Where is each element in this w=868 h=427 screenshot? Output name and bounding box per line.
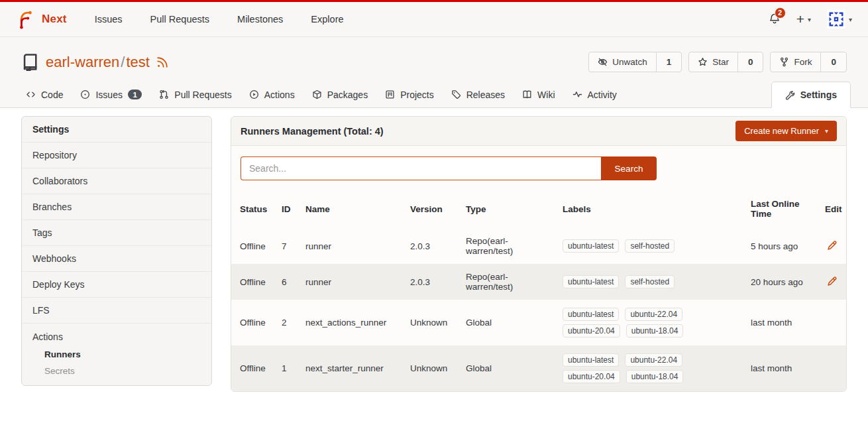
cell-version: Unknown xyxy=(405,345,461,391)
tab-label: Actions xyxy=(264,90,295,100)
edit-runner-button[interactable] xyxy=(825,239,839,253)
table-row: Offline6runner2.0.3Repo(earl-warren/test… xyxy=(231,264,846,300)
nav-item-pull-requests[interactable]: Pull Requests xyxy=(150,14,209,25)
sidebar-item-runners[interactable]: Runners xyxy=(22,346,211,363)
repo-tab-bar: CodeIssues1Pull RequestsActionsPackagesP… xyxy=(0,82,868,108)
labels-wrap: ubuntu-latestubuntu-22.04ubuntu-20.04ubu… xyxy=(563,353,695,383)
fork-count[interactable]: 0 xyxy=(820,52,846,72)
site-title: Next xyxy=(42,13,67,26)
search-input[interactable] xyxy=(241,156,601,180)
cell-id: 6 xyxy=(276,264,300,300)
repo-icon xyxy=(21,53,39,71)
cell-last-online: 5 hours ago xyxy=(745,228,820,264)
cell-version: 2.0.3 xyxy=(405,264,461,300)
column-header-edit: Edit xyxy=(820,190,846,228)
cell-id: 2 xyxy=(276,300,300,345)
cell-last-online: 20 hours ago xyxy=(745,264,820,300)
tab-activity[interactable]: Activity xyxy=(564,82,625,107)
cell-last-online: last month xyxy=(745,300,820,345)
nav-item-explore[interactable]: Explore xyxy=(311,14,343,25)
avatar xyxy=(827,10,845,29)
runner-label-chip: ubuntu-22.04 xyxy=(625,308,682,321)
sidebar-group-label[interactable]: Actions xyxy=(22,324,211,346)
forgejo-logo-icon xyxy=(16,9,36,29)
tab-code[interactable]: Code xyxy=(17,82,72,107)
package-icon xyxy=(312,90,322,99)
sidebar-item-secrets[interactable]: Secrets xyxy=(22,363,211,385)
settings-sidebar: SettingsRepositoryCollaboratorsBranchesT… xyxy=(21,116,212,386)
user-menu[interactable]: ▾ xyxy=(827,10,852,29)
sidebar-item-collaborators[interactable]: Collaborators xyxy=(22,168,211,194)
cell-status: Offline xyxy=(231,228,276,264)
repo-separator: / xyxy=(121,54,125,70)
runner-label-chip: self-hosted xyxy=(625,239,675,253)
cell-labels: ubuntu-latestself-hosted xyxy=(557,264,745,300)
sidebar-group-actions: ActionsRunnersSecrets xyxy=(22,324,211,385)
create-new-menu[interactable]: + ▾ xyxy=(796,13,811,26)
repo-owner-link[interactable]: earl-warren xyxy=(46,54,119,70)
nav-item-milestones[interactable]: Milestones xyxy=(237,14,283,25)
eye-slash-icon xyxy=(598,57,608,67)
sidebar-item-webhooks[interactable]: Webhooks xyxy=(22,246,211,272)
repo-name-link[interactable]: test xyxy=(126,54,149,70)
tab-releases[interactable]: Releases xyxy=(443,82,514,107)
unwatch-button[interactable]: Unwatch xyxy=(589,52,656,72)
tab-settings[interactable]: Settings xyxy=(771,82,851,108)
plus-icon: + xyxy=(796,12,804,26)
cell-id: 1 xyxy=(276,345,300,391)
edit-runner-button[interactable] xyxy=(825,274,839,288)
wrench-icon xyxy=(785,90,795,100)
pull-request-icon xyxy=(159,90,169,99)
cell-name: runner xyxy=(300,264,405,300)
runners-table: StatusIDNameVersionTypeLabelsLast Online… xyxy=(231,190,846,391)
tab-label: Pull Requests xyxy=(174,90,231,100)
table-body: Offline7runner2.0.3Repo(earl-warren/test… xyxy=(231,228,846,391)
star-button[interactable]: Star xyxy=(689,52,737,72)
fork-button[interactable]: Fork xyxy=(771,52,820,72)
cell-type: Global xyxy=(461,345,557,391)
home-link[interactable]: Next xyxy=(16,9,67,29)
tab-issues[interactable]: Issues1 xyxy=(72,82,150,107)
code-icon xyxy=(26,90,36,99)
sidebar-item-repository[interactable]: Repository xyxy=(22,143,211,168)
tab-projects[interactable]: Projects xyxy=(376,82,443,107)
tab-count-badge: 1 xyxy=(128,90,142,99)
cell-labels: ubuntu-latestself-hosted xyxy=(557,228,745,264)
fork-label: Fork xyxy=(794,57,812,67)
labels-wrap: ubuntu-latestself-hosted xyxy=(563,239,695,253)
panel-title: Runners Management (Total: 4) xyxy=(241,126,384,137)
sidebar-item-tags[interactable]: Tags xyxy=(22,220,211,246)
create-runner-button[interactable]: Create new Runner ▾ xyxy=(735,121,837,141)
cell-type: Repo(earl-warren/test) xyxy=(461,228,557,264)
runner-label-chip: ubuntu-latest xyxy=(563,308,619,321)
cell-edit xyxy=(820,228,846,264)
star-count[interactable]: 0 xyxy=(737,52,763,72)
rss-icon[interactable] xyxy=(156,56,168,68)
table-row: Offline2next_actions_runnerUnknownGlobal… xyxy=(231,300,846,345)
sidebar-item-branches[interactable]: Branches xyxy=(22,194,211,220)
notifications-button[interactable]: 2 xyxy=(769,13,781,27)
cell-name: next_starter_runner xyxy=(300,345,405,391)
tab-label: Code xyxy=(41,90,63,100)
sidebar-item-lfs[interactable]: LFS xyxy=(22,298,211,324)
issue-icon xyxy=(80,90,90,99)
cell-version: Unknown xyxy=(405,300,461,345)
unwatch-count[interactable]: 1 xyxy=(656,52,682,72)
column-header-id: ID xyxy=(276,190,300,228)
column-header-last-online-time: Last Online Time xyxy=(745,190,820,228)
nav-item-issues[interactable]: Issues xyxy=(95,14,123,25)
runner-label-chip: ubuntu-20.04 xyxy=(563,324,620,337)
tab-wiki[interactable]: Wiki xyxy=(514,82,563,107)
runner-label-chip: ubuntu-18.04 xyxy=(626,324,684,337)
notification-count-badge: 2 xyxy=(775,7,786,19)
table-header-row: StatusIDNameVersionTypeLabelsLast Online… xyxy=(231,190,846,228)
tab-packages[interactable]: Packages xyxy=(303,82,376,107)
tab-pull-requests[interactable]: Pull Requests xyxy=(150,82,240,107)
sidebar-item-deploy-keys[interactable]: Deploy Keys xyxy=(22,272,211,298)
create-runner-label: Create new Runner xyxy=(744,126,819,136)
search-button[interactable]: Search xyxy=(601,156,657,180)
table-row: Offline7runner2.0.3Repo(earl-warren/test… xyxy=(231,228,846,264)
repo-action-buttons: Unwatch1Star0Fork0 xyxy=(588,52,847,72)
tab-actions[interactable]: Actions xyxy=(241,82,303,107)
tab-label: Wiki xyxy=(537,90,555,100)
